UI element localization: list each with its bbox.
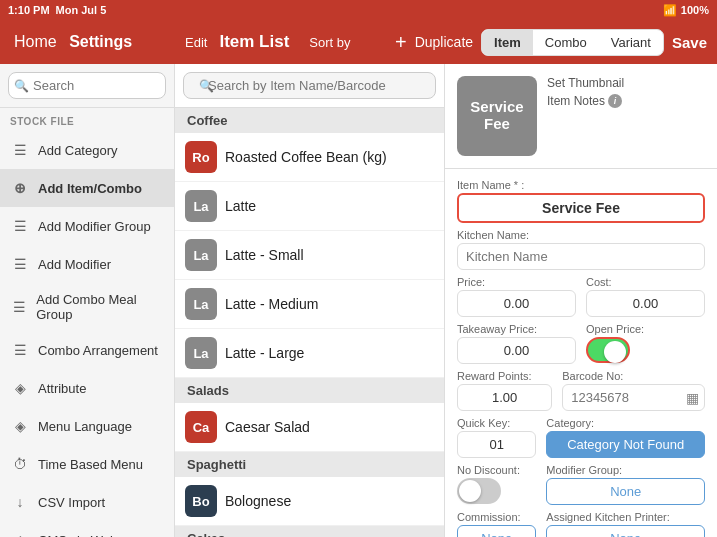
item-notes-label: Item Notes <box>547 94 605 108</box>
detail-scroll: Service Fee Set Thumbnail Item Notes i I… <box>445 64 717 537</box>
list-item[interactable]: La Latte - Medium <box>175 280 444 329</box>
kitchen-printer-button[interactable]: None <box>546 525 705 537</box>
save-button[interactable]: Save <box>672 34 707 51</box>
item-name: Latte - Small <box>225 247 434 263</box>
header-right: + Duplicate Item Combo Variant Save <box>395 29 717 56</box>
settings-label: Settings <box>69 33 132 50</box>
cost-input[interactable] <box>586 290 705 317</box>
battery-status: 100% <box>681 4 709 16</box>
status-time: 1:10 PM <box>8 4 50 16</box>
barcode-scan-icon[interactable]: ▦ <box>686 390 699 406</box>
barcode-label: Barcode No: <box>562 370 705 382</box>
sidebar-item-add-modifier-group[interactable]: ☰ Add Modifier Group <box>0 207 174 245</box>
price-input[interactable] <box>457 290 576 317</box>
header-left: Home Settings <box>0 33 175 51</box>
item-name: Latte - Medium <box>225 296 434 312</box>
quickkey-category-row: Quick Key: Category: Category Not Found <box>457 417 705 458</box>
toggle-knob <box>604 341 626 363</box>
list-item[interactable]: Ca Caesar Salad <box>175 403 444 452</box>
sidebar-item-label: Add Modifier Group <box>38 219 151 234</box>
combo-arr-icon: ☰ <box>10 340 30 360</box>
list-item[interactable]: La Latte <box>175 182 444 231</box>
sidebar-item-cms-via-web[interactable]: ◈ CMS via Web <box>0 521 174 537</box>
list-item[interactable]: Bo Bolognese <box>175 477 444 526</box>
item-name: Latte <box>225 198 434 214</box>
modifier-group-button[interactable]: None <box>546 478 705 505</box>
kitchen-name-group: Kitchen Name: <box>457 229 705 270</box>
item-name-group: Item Name * : <box>457 179 705 223</box>
sidebar-item-attribute[interactable]: ◈ Attribute <box>0 369 174 407</box>
quick-key-input[interactable] <box>457 431 536 458</box>
item-name-label: Item Name * : <box>457 179 705 191</box>
takeaway-price-input[interactable] <box>457 337 576 364</box>
no-discount-toggle[interactable] <box>457 478 501 504</box>
item-search-icon: 🔍 <box>199 79 214 93</box>
sidebar-item-add-category[interactable]: ☰ Add Category <box>0 131 174 169</box>
sidebar-item-label: Combo Arrangement <box>38 343 158 358</box>
kitchen-name-input[interactable] <box>457 243 705 270</box>
sidebar-item-label: CMS via Web <box>38 533 117 538</box>
reward-points-group: Reward Points: <box>457 370 552 411</box>
category-label: Category: <box>546 417 705 429</box>
combo-meal-icon: ☰ <box>10 297 28 317</box>
item-search-input[interactable] <box>183 72 436 99</box>
detail-info: Set Thumbnail Item Notes i <box>547 76 624 156</box>
modifier-group-group: Modifier Group: None <box>546 464 705 505</box>
sidebar-item-menu-language[interactable]: ◈ Menu Language <box>0 407 174 445</box>
sidebar-item-label: Time Based Menu <box>38 457 143 472</box>
sidebar-item-label: CSV Import <box>38 495 105 510</box>
sidebar-search-icon: 🔍 <box>14 79 29 93</box>
open-price-toggle-container <box>586 337 705 363</box>
status-bar: 1:10 PM Mon Jul 5 📶 100% <box>0 0 717 20</box>
category-coffee: Coffee <box>175 108 444 133</box>
reward-points-input[interactable] <box>457 384 552 411</box>
tab-variant[interactable]: Variant <box>599 30 663 55</box>
tab-item[interactable]: Item <box>482 30 533 55</box>
csv-icon: ↓ <box>10 492 30 512</box>
open-price-group: Open Price: <box>586 323 705 364</box>
detail-thumbnail[interactable]: Service Fee <box>457 76 537 156</box>
quick-key-group: Quick Key: <box>457 417 536 458</box>
main-layout: 🔍 STOCK FILE ☰ Add Category ⊕ Add Item/C… <box>0 64 717 537</box>
edit-button[interactable]: Edit <box>185 35 207 50</box>
tab-combo[interactable]: Combo <box>533 30 599 55</box>
no-discount-group: No Discount: <box>457 464 536 505</box>
open-price-toggle[interactable] <box>586 337 630 363</box>
item-notes-row: Item Notes i <box>547 94 624 108</box>
plus-button[interactable]: + <box>395 31 407 54</box>
home-link[interactable]: Home <box>14 33 57 50</box>
category-salads: Salads <box>175 378 444 403</box>
time-based-icon: ⏱ <box>10 454 30 474</box>
sidebar-item-combo-arrangement[interactable]: ☰ Combo Arrangement <box>0 331 174 369</box>
list-item[interactable]: La Latte - Small <box>175 231 444 280</box>
sidebar-search-container: 🔍 <box>0 64 174 108</box>
set-thumbnail-label[interactable]: Set Thumbnail <box>547 76 624 90</box>
menu-lang-icon: ◈ <box>10 416 30 436</box>
avatar: La <box>185 337 217 369</box>
item-name-input[interactable] <box>457 193 705 223</box>
price-label: Price: <box>457 276 576 288</box>
barcode-field-wrap: ▦ <box>562 384 705 411</box>
sort-by-label[interactable]: Sort by <box>309 35 350 50</box>
barcode-group: Barcode No: ▦ <box>562 370 705 411</box>
duplicate-button[interactable]: Duplicate <box>415 34 473 50</box>
sidebar-item-csv-import[interactable]: ↓ CSV Import <box>0 483 174 521</box>
open-price-label: Open Price: <box>586 323 705 335</box>
cost-group: Cost: <box>586 276 705 317</box>
kitchen-name-label: Kitchen Name: <box>457 229 705 241</box>
toggle-knob <box>459 480 481 502</box>
list-item[interactable]: Ro Roasted Coffee Bean (kg) <box>175 133 444 182</box>
sidebar-item-add-item-combo[interactable]: ⊕ Add Item/Combo <box>0 169 174 207</box>
commission-button[interactable]: None <box>457 525 536 537</box>
list-item[interactable]: La Latte - Large <box>175 329 444 378</box>
sidebar-item-add-modifier[interactable]: ☰ Add Modifier <box>0 245 174 283</box>
commission-printer-row: Commission: None Assigned Kitchen Printe… <box>457 511 705 537</box>
sidebar-item-add-combo-meal-group[interactable]: ☰ Add Combo Meal Group <box>0 283 174 331</box>
sidebar-item-label: Add Category <box>38 143 118 158</box>
stock-file-section-label: STOCK FILE <box>0 108 174 131</box>
barcode-input[interactable] <box>562 384 705 411</box>
sidebar-search-input[interactable] <box>8 72 166 99</box>
category-button[interactable]: Category Not Found <box>546 431 705 458</box>
modifier-group-icon: ☰ <box>10 216 30 236</box>
sidebar-item-time-based-menu[interactable]: ⏱ Time Based Menu <box>0 445 174 483</box>
